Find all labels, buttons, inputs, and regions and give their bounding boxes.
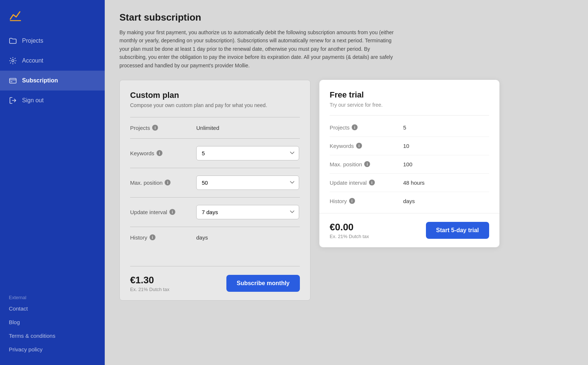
trial-keywords-label: Keywords i <box>330 143 403 149</box>
signout-icon <box>9 96 17 104</box>
trial-keywords-info-icon[interactable]: i <box>356 143 362 149</box>
free-trial-header: Free trial Try our service for free. <box>319 80 499 115</box>
custom-plan-row-keywords: Keywords i 5 10 25 50 100 250 500 <box>130 138 300 168</box>
projects-info-icon[interactable]: i <box>152 125 158 131</box>
page-title: Start subscription <box>119 12 573 23</box>
free-trial-price-tax: Ex. 21% Dutch tax <box>330 234 369 239</box>
main-content: Start subscription By making your first … <box>105 0 588 365</box>
free-trial-footer: €0.00 Ex. 21% Dutch tax Start 5-day tria… <box>319 213 499 247</box>
trial-history-info-icon[interactable]: i <box>349 198 355 204</box>
trial-row-keywords: Keywords i 10 <box>330 137 489 155</box>
trial-history-label: History i <box>330 198 403 204</box>
sidebar-link-privacy[interactable]: Privacy policy <box>0 343 105 356</box>
sidebar-item-signout[interactable]: Sign out <box>0 91 105 110</box>
trial-projects-info-icon[interactable]: i <box>352 124 358 130</box>
history-info-icon[interactable]: i <box>150 234 155 240</box>
custom-plan-row-projects: Projects i Unlimited <box>130 117 300 138</box>
custom-plan-row-max-position: Max. position i 10 25 50 100 <box>130 168 300 197</box>
sidebar-link-terms[interactable]: Terms & conditions <box>0 329 105 343</box>
trial-keywords-value: 10 <box>403 143 409 149</box>
custom-plan-price-tax: Ex. 21% Dutch tax <box>130 287 169 292</box>
custom-plan-footer: €1.30 Ex. 21% Dutch tax Subscribe monthl… <box>130 266 300 300</box>
trial-update-interval-label: Update interval i <box>330 180 403 186</box>
card-icon <box>9 77 17 85</box>
keywords-select[interactable]: 5 10 25 50 100 250 500 <box>196 146 299 160</box>
trial-row-history: History i days <box>330 192 489 210</box>
history-label: History i <box>130 234 196 241</box>
trial-update-interval-value: 48 hours <box>403 180 424 186</box>
keywords-label: Keywords i <box>130 150 196 156</box>
custom-plan-title: Custom plan <box>130 91 300 100</box>
chart-icon <box>9 9 22 22</box>
trial-projects-value: 5 <box>403 124 406 131</box>
trial-row-update-interval: Update interval i 48 hours <box>330 174 489 192</box>
subscribe-monthly-button[interactable]: Subscribe monthly <box>226 275 300 292</box>
free-trial-title: Free trial <box>330 90 489 100</box>
sidebar-link-contact[interactable]: Contact <box>0 302 105 315</box>
free-trial-subtitle: Try our service for free. <box>330 102 489 108</box>
custom-plan-card: Custom plan Compose your own custom plan… <box>119 80 311 301</box>
max-position-info-icon[interactable]: i <box>165 180 171 185</box>
plans-container: Custom plan Compose your own custom plan… <box>119 80 573 301</box>
custom-plan-price-block: €1.30 Ex. 21% Dutch tax <box>130 274 169 292</box>
trial-history-value: days <box>403 198 415 204</box>
free-trial-card: Free trial Try our service for free. Pro… <box>319 80 499 247</box>
trial-max-position-value: 100 <box>403 161 412 167</box>
sidebar: Projects Account Subscription Sign out <box>0 0 105 365</box>
max-position-select[interactable]: 10 25 50 100 <box>196 176 299 190</box>
sidebar-item-account[interactable]: Account <box>0 51 105 71</box>
folder-icon <box>9 37 17 45</box>
custom-plan-subtitle: Compose your own custom plan and pay for… <box>130 102 300 108</box>
gear-icon <box>9 57 17 65</box>
custom-plan-rows: Projects i Unlimited Keywords i 5 10 25 <box>130 117 300 266</box>
page-description: By making your first payment, you author… <box>119 28 399 70</box>
projects-value: Unlimited <box>196 125 300 131</box>
start-trial-button[interactable]: Start 5-day trial <box>426 222 489 239</box>
sidebar-item-projects[interactable]: Projects <box>0 31 105 51</box>
free-trial-price-block: €0.00 Ex. 21% Dutch tax <box>330 222 369 239</box>
sidebar-item-account-label: Account <box>22 57 43 64</box>
sidebar-item-signout-label: Sign out <box>22 97 44 104</box>
update-interval-info-icon[interactable]: i <box>169 209 175 215</box>
sidebar-item-projects-label: Projects <box>22 38 43 44</box>
logo-area <box>0 0 105 28</box>
update-interval-label: Update interval i <box>130 209 196 215</box>
custom-plan-price: €1.30 <box>130 274 169 286</box>
sidebar-nav: Projects Account Subscription Sign out <box>0 28 105 286</box>
update-interval-select[interactable]: 1 day 2 days 7 days 14 days 30 days <box>196 205 299 219</box>
sidebar-item-subscription-label: Subscription <box>22 77 58 84</box>
trial-max-position-label: Max. position i <box>330 161 403 167</box>
svg-rect-2 <box>10 78 16 83</box>
trial-update-interval-info-icon[interactable]: i <box>369 180 375 185</box>
projects-label: Projects i <box>130 125 196 131</box>
external-label: External <box>0 292 105 302</box>
trial-projects-label: Projects i <box>330 124 403 131</box>
trial-row-projects: Projects i 5 <box>330 118 489 137</box>
history-value: days <box>196 234 300 241</box>
custom-plan-row-history: History i days <box>130 227 300 248</box>
free-trial-price: €0.00 <box>330 222 369 233</box>
free-trial-rows: Projects i 5 Keywords i 10 Max. position <box>319 116 499 213</box>
trial-max-position-info-icon[interactable]: i <box>364 161 370 167</box>
sidebar-item-subscription[interactable]: Subscription <box>0 71 105 91</box>
svg-point-1 <box>12 60 14 62</box>
sidebar-link-blog[interactable]: Blog <box>0 315 105 329</box>
max-position-label: Max. position i <box>130 180 196 186</box>
trial-row-max-position: Max. position i 100 <box>330 155 489 174</box>
sidebar-bottom: External Contact Blog Terms & conditions… <box>0 286 105 365</box>
custom-plan-row-update-interval: Update interval i 1 day 2 days 7 days 14… <box>130 197 300 227</box>
keywords-info-icon[interactable]: i <box>157 150 162 156</box>
